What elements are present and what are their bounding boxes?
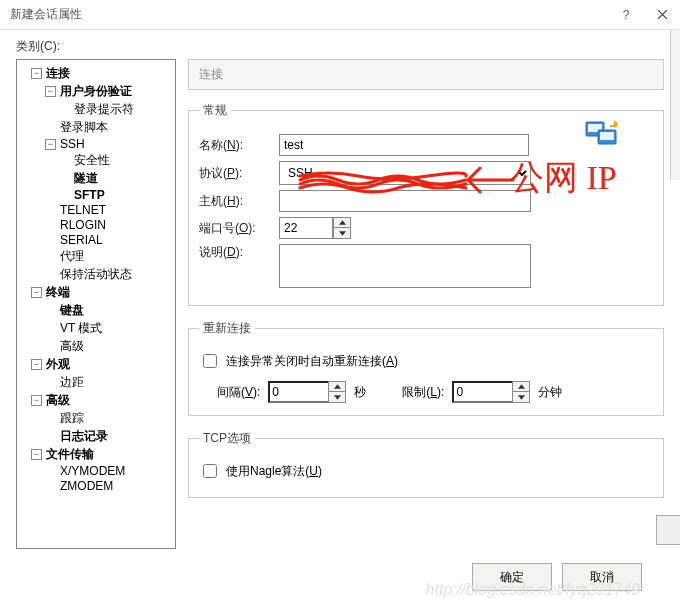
titlebar: 新建会话属性 ?: [0, 0, 680, 30]
desc-label: 说明(D):: [199, 244, 279, 261]
tree-item-sftp[interactable]: SFTP: [72, 188, 107, 202]
tree-item-auth[interactable]: 用户身份验证: [58, 83, 134, 100]
tree-item-login-script[interactable]: 登录脚本: [58, 119, 110, 136]
tree-item-security[interactable]: 安全性: [72, 152, 112, 169]
tree-item-serial[interactable]: SERIAL: [58, 233, 105, 247]
category-tree[interactable]: −连接 −用户身份验证 登录提示符 登录脚本 −SSH 安全性 隧道 SFTP …: [16, 59, 176, 549]
protocol-select[interactable]: SSH: [279, 161, 531, 185]
interval-input[interactable]: [268, 381, 328, 403]
host-label: 主机(H):: [199, 193, 279, 210]
tcp-group: TCP选项 使用Nagle算法(U): [188, 430, 664, 498]
spin-down-icon[interactable]: [513, 392, 529, 402]
tree-item-margin[interactable]: 边距: [58, 374, 86, 391]
spin-up-icon[interactable]: [334, 218, 350, 228]
tree-collapse-icon[interactable]: −: [45, 86, 56, 97]
help-button[interactable]: ?: [608, 0, 644, 30]
interval-label: 间隔(V):: [217, 384, 260, 401]
dialog-buttons: 确定 取消: [472, 563, 642, 591]
tree-collapse-icon[interactable]: −: [31, 449, 42, 460]
tree-collapse-icon[interactable]: −: [31, 68, 42, 79]
panel-title: 连接: [188, 59, 664, 90]
tree-item-keepalive[interactable]: 保持活动状态: [58, 266, 134, 283]
reconnect-legend: 重新连接: [199, 320, 255, 337]
spin-down-icon[interactable]: [334, 228, 350, 238]
tree-collapse-icon[interactable]: −: [31, 287, 42, 298]
auto-reconnect-label: 连接异常关闭时自动重新连接(A): [226, 353, 398, 370]
tcp-legend: TCP选项: [199, 430, 255, 447]
tree-item-connection[interactable]: 连接: [44, 65, 72, 82]
tree-item-advanced-terminal[interactable]: 高级: [58, 338, 86, 355]
tree-item-vtmode[interactable]: VT 模式: [58, 320, 104, 337]
tree-item-proxy[interactable]: 代理: [58, 248, 86, 265]
general-legend: 常规: [199, 102, 231, 119]
background-button[interactable]: [656, 515, 680, 545]
spin-up-icon[interactable]: [329, 382, 345, 392]
port-stepper[interactable]: [279, 217, 351, 239]
tree-item-trace[interactable]: 跟踪: [58, 410, 86, 427]
session-icon: [584, 116, 620, 152]
svg-rect-3: [600, 132, 614, 140]
tree-item-tunnel[interactable]: 隧道: [72, 170, 100, 187]
tree-item-zmodem[interactable]: ZMODEM: [58, 479, 115, 493]
ok-button[interactable]: 确定: [472, 563, 552, 591]
tree-item-login-prompt[interactable]: 登录提示符: [72, 101, 136, 118]
spin-up-icon[interactable]: [513, 382, 529, 392]
limit-stepper[interactable]: [452, 381, 530, 403]
limit-label: 限制(L):: [402, 384, 444, 401]
interval-unit: 秒: [354, 384, 366, 401]
tree-item-xymodem[interactable]: X/YMODEM: [58, 464, 127, 478]
port-label: 端口号(O):: [199, 220, 279, 237]
tree-item-ssh[interactable]: SSH: [58, 137, 87, 151]
tree-collapse-icon[interactable]: −: [31, 395, 42, 406]
close-button[interactable]: [644, 0, 680, 30]
tree-item-logging[interactable]: 日志记录: [58, 428, 110, 445]
tree-item-terminal[interactable]: 终端: [44, 284, 72, 301]
tree-item-telnet[interactable]: TELNET: [58, 203, 108, 217]
port-input[interactable]: [279, 217, 333, 239]
window-title: 新建会话属性: [10, 6, 608, 23]
interval-stepper[interactable]: [268, 381, 346, 403]
background-menu-edge: [670, 30, 680, 180]
tree-collapse-icon[interactable]: −: [31, 359, 42, 370]
cancel-button[interactable]: 取消: [562, 563, 642, 591]
category-label: 类别(C):: [0, 30, 680, 59]
tree-item-keyboard[interactable]: 键盘: [58, 302, 86, 319]
desc-input[interactable]: [279, 244, 531, 288]
host-input[interactable]: [279, 190, 531, 212]
tree-item-appearance[interactable]: 外观: [44, 356, 72, 373]
tree-item-filetransfer[interactable]: 文件传输: [44, 446, 96, 463]
tree-item-advanced[interactable]: 高级: [44, 392, 72, 409]
auto-reconnect-checkbox[interactable]: [203, 354, 217, 368]
name-input[interactable]: [279, 134, 529, 156]
tree-item-rlogin[interactable]: RLOGIN: [58, 218, 108, 232]
spin-down-icon[interactable]: [329, 392, 345, 402]
limit-unit: 分钟: [538, 384, 562, 401]
nagle-label: 使用Nagle算法(U): [226, 463, 322, 480]
limit-input[interactable]: [452, 381, 512, 403]
nagle-checkbox[interactable]: [203, 464, 217, 478]
tree-collapse-icon[interactable]: −: [45, 139, 56, 150]
reconnect-group: 重新连接 连接异常关闭时自动重新连接(A) 间隔(V): 秒 限制(L):: [188, 320, 664, 416]
protocol-label: 协议(P):: [199, 165, 279, 182]
name-label: 名称(N):: [199, 137, 279, 154]
